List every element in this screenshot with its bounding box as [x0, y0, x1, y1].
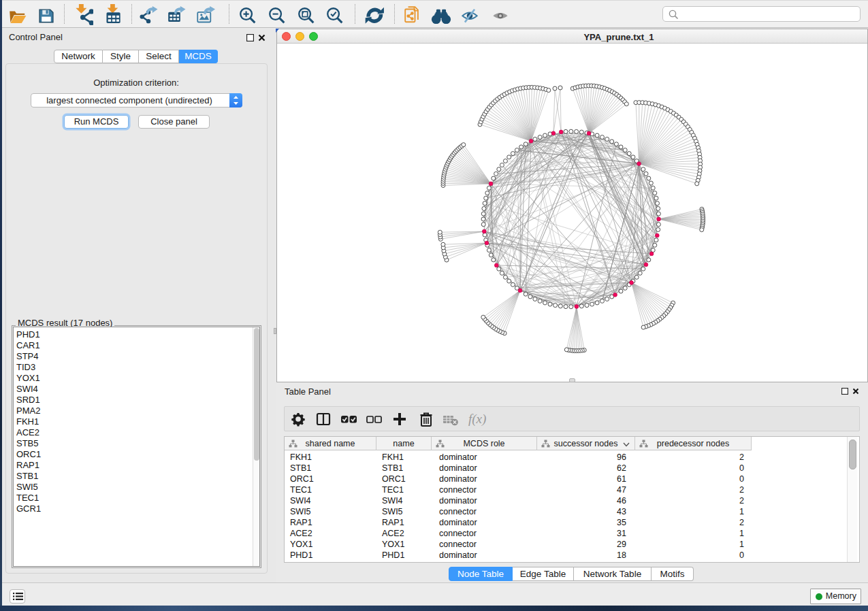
- svg-text:f(x): f(x): [468, 412, 486, 427]
